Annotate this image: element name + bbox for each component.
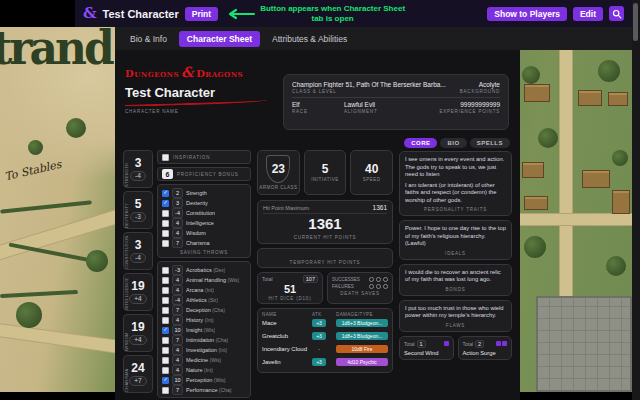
- skill-value[interactable]: 4: [172, 365, 183, 375]
- attack-bonus-badge[interactable]: +3: [312, 319, 326, 327]
- skill-proficiency-checkbox[interactable]: [162, 287, 169, 294]
- skill-value[interactable]: 4: [172, 285, 183, 295]
- save-value[interactable]: 2: [172, 188, 183, 198]
- skill-row[interactable]: 4 Investigation (Int): [162, 345, 246, 355]
- xp-field[interactable]: 99999999999: [460, 101, 500, 108]
- temp-hp-box[interactable]: TEMPORARY HIT POINTS: [257, 248, 393, 268]
- view-pill[interactable]: CORE: [404, 138, 437, 148]
- limited-use-tracker[interactable]: Total 2 Action Surge: [458, 336, 513, 360]
- save-proficiency-checkbox[interactable]: [162, 220, 169, 227]
- skill-proficiency-checkbox[interactable]: [162, 337, 169, 344]
- class-level-field[interactable]: Champion Fighter 51, Path Of The Berserk…: [292, 81, 446, 88]
- skill-proficiency-checkbox[interactable]: [162, 327, 169, 334]
- attack-damage-badge[interactable]: 10d8 Fire: [336, 345, 388, 353]
- skill-value[interactable]: 4: [172, 275, 183, 285]
- skill-proficiency-checkbox[interactable]: [162, 277, 169, 284]
- attack-row[interactable]: Incendiary Cloud - 10d8 Fire: [262, 343, 388, 356]
- skill-row[interactable]: 7 Performance (Cha): [162, 385, 246, 395]
- skill-row[interactable]: 10 Perception (Wis): [162, 375, 246, 385]
- skill-value[interactable]: 10: [172, 325, 183, 335]
- skill-row[interactable]: 7 Intimidation (Cha): [162, 335, 246, 345]
- hit-dice-box[interactable]: Total 107 51 HIT DICE (D10): [257, 272, 323, 304]
- attack-bonus-badge[interactable]: +3: [312, 358, 326, 366]
- skill-row[interactable]: 4 Medicine (Wis): [162, 355, 246, 365]
- skill-value[interactable]: 4: [172, 315, 183, 325]
- search-button[interactable]: [609, 6, 624, 21]
- sheet-tab[interactable]: Attributes & Abilities: [264, 31, 355, 47]
- proficiency-bonus-value[interactable]: 6: [162, 169, 173, 179]
- skill-proficiency-checkbox[interactable]: [162, 387, 169, 394]
- flaws-box[interactable]: I put too much trust in those who wield …: [399, 300, 512, 332]
- tracker-total-value[interactable]: 1: [417, 340, 426, 348]
- skill-value[interactable]: 7: [172, 335, 183, 345]
- tracker-pips[interactable]: [496, 341, 507, 346]
- personality-traits-box[interactable]: I see omens in every event and action. T…: [399, 151, 512, 216]
- skill-row[interactable]: -3 Acrobatics (Dex): [162, 265, 246, 275]
- armor-class-box[interactable]: 23 ARMOR CLASS: [257, 150, 300, 195]
- saving-throw-row[interactable]: 7 Charisma: [162, 238, 246, 248]
- tracker-pips[interactable]: [444, 341, 449, 346]
- background-field[interactable]: Acolyte: [479, 81, 500, 88]
- save-value[interactable]: 7: [172, 238, 183, 248]
- tracker-total-value[interactable]: 2: [475, 340, 484, 348]
- save-proficiency-checkbox[interactable]: [162, 190, 169, 197]
- attack-bonus-badge[interactable]: +3: [312, 332, 326, 340]
- skill-value[interactable]: 4: [172, 345, 183, 355]
- skill-proficiency-checkbox[interactable]: [162, 367, 169, 374]
- skill-proficiency-checkbox[interactable]: [162, 347, 169, 354]
- skill-value[interactable]: 7: [172, 385, 183, 395]
- skill-value[interactable]: -4: [172, 295, 183, 305]
- skill-row[interactable]: 7 Deception (Cha): [162, 305, 246, 315]
- ability-score-box[interactable]: CONSTITUTION 3 -4: [123, 232, 153, 270]
- show-to-players-button[interactable]: Show to Players: [487, 7, 567, 21]
- hp-max-value[interactable]: 1361: [373, 204, 387, 211]
- hp-current-value[interactable]: 1361: [263, 216, 387, 233]
- attack-damage-badge[interactable]: 4d10 Psychic: [336, 358, 388, 366]
- save-proficiency-checkbox[interactable]: [162, 200, 169, 207]
- save-proficiency-checkbox[interactable]: [162, 230, 169, 237]
- skill-row[interactable]: 4 History (Int): [162, 315, 246, 325]
- save-value[interactable]: -4: [172, 208, 183, 218]
- ability-score-box[interactable]: INTELLIGENCE 19 +4: [123, 273, 153, 311]
- alignment-field[interactable]: Lawful Evil: [344, 101, 460, 108]
- skill-value[interactable]: 4: [172, 355, 183, 365]
- skill-row[interactable]: -4 Athletics (Str): [162, 295, 246, 305]
- saving-throw-row[interactable]: 4 Intelligence: [162, 218, 246, 228]
- inspiration-checkbox[interactable]: [162, 154, 169, 161]
- attack-row[interactable]: Greatclub +3 1d8+3 Bludgeon...: [262, 330, 388, 343]
- ability-score-box[interactable]: DEXTERITY 5 -3: [123, 191, 153, 229]
- attack-bonus-badge[interactable]: -: [312, 345, 326, 353]
- skill-proficiency-checkbox[interactable]: [162, 377, 169, 384]
- attack-row[interactable]: Mace +3 1d6+3 Bludgeon...: [262, 317, 388, 330]
- scrollbar-thumb[interactable]: [633, 3, 638, 41]
- speed-box[interactable]: 40 SPEED: [350, 150, 393, 195]
- attack-damage-badge[interactable]: 1d8+3 Bludgeon...: [336, 332, 388, 340]
- bonds-box[interactable]: I would die to recover an ancient relic …: [399, 264, 512, 296]
- view-pill[interactable]: BIO: [440, 138, 466, 148]
- skill-proficiency-checkbox[interactable]: [162, 357, 169, 364]
- skill-row[interactable]: 4 Nature (Int): [162, 365, 246, 375]
- save-value[interactable]: 4: [172, 218, 183, 228]
- save-proficiency-checkbox[interactable]: [162, 210, 169, 217]
- saving-throw-row[interactable]: 4 Wisdom: [162, 228, 246, 238]
- failure-dots[interactable]: [369, 284, 388, 289]
- hit-dice-total-value[interactable]: 107: [303, 275, 318, 283]
- skill-proficiency-checkbox[interactable]: [162, 267, 169, 274]
- print-button[interactable]: Print: [185, 7, 218, 21]
- saving-throw-row[interactable]: 2 Strength: [162, 188, 246, 198]
- skill-proficiency-checkbox[interactable]: [162, 297, 169, 304]
- attack-row[interactable]: Javelin +3 4d10 Psychic: [262, 356, 388, 369]
- save-value[interactable]: 4: [172, 228, 183, 238]
- ideals-box[interactable]: Power. I hope to one day rise to the top…: [399, 220, 512, 260]
- initiative-box[interactable]: 5 INITIATIVE: [304, 150, 347, 195]
- character-name-field[interactable]: Test Character: [125, 85, 277, 100]
- save-proficiency-checkbox[interactable]: [162, 240, 169, 247]
- sheet-tab[interactable]: Bio & Info: [122, 31, 175, 47]
- success-dots[interactable]: [369, 277, 388, 282]
- ability-score-box[interactable]: STRENGTH 3 -4: [123, 150, 153, 188]
- saving-throw-row[interactable]: -4 Constitution: [162, 208, 246, 218]
- ability-score-box[interactable]: WISDOM 19 +4: [123, 314, 153, 352]
- skill-value[interactable]: 7: [172, 305, 183, 315]
- sheet-tab[interactable]: Character Sheet: [179, 31, 260, 47]
- skill-value[interactable]: 10: [172, 375, 183, 385]
